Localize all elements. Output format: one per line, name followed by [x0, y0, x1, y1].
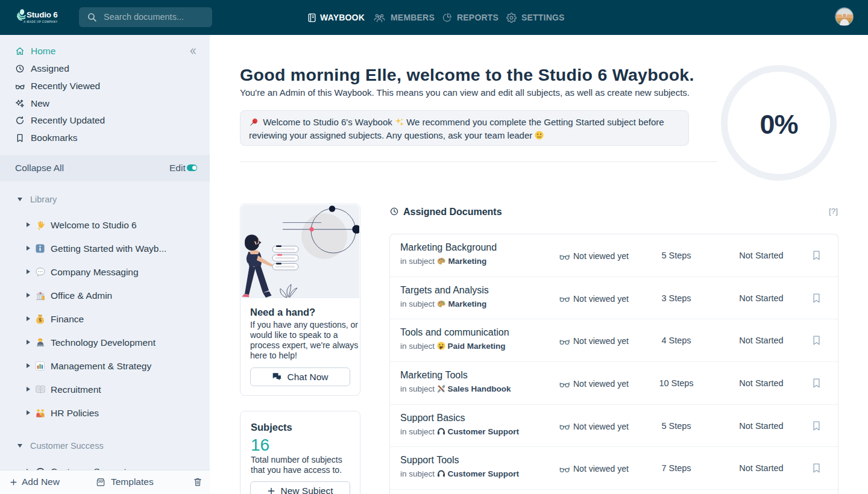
- svg-text:$: $: [39, 317, 42, 323]
